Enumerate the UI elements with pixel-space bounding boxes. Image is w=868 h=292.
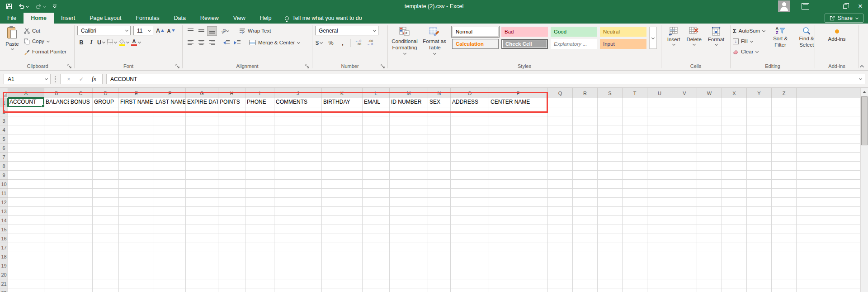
dialog-launcher-alignment[interactable]: [305, 64, 310, 69]
cell[interactable]: [647, 198, 672, 207]
cell[interactable]: [322, 134, 363, 144]
cell[interactable]: [697, 270, 722, 279]
cell[interactable]: [8, 189, 44, 198]
cell[interactable]: [451, 279, 489, 288]
cell[interactable]: [154, 216, 186, 225]
cell[interactable]: [69, 243, 93, 252]
tab-help[interactable]: Help: [253, 13, 279, 24]
increase-font-size-button[interactable]: A: [156, 26, 164, 35]
cell[interactable]: [598, 234, 623, 243]
cell[interactable]: [697, 252, 722, 261]
name-box[interactable]: A1: [4, 74, 51, 84]
cell[interactable]: [218, 198, 245, 207]
cell[interactable]: [797, 198, 860, 207]
cell[interactable]: EXPIRE DATE: [186, 98, 218, 107]
cell[interactable]: [697, 225, 722, 234]
cell[interactable]: [797, 189, 860, 198]
cell[interactable]: [274, 125, 322, 134]
cell[interactable]: [489, 279, 548, 288]
cell[interactable]: [548, 234, 573, 243]
cell[interactable]: [548, 207, 573, 216]
cell[interactable]: [245, 107, 274, 116]
cell[interactable]: [363, 270, 390, 279]
insert-function-icon[interactable]: fx: [88, 76, 100, 82]
cell[interactable]: [186, 180, 218, 189]
cell[interactable]: [548, 125, 573, 134]
percent-style-button[interactable]: %: [327, 38, 335, 48]
cell[interactable]: [93, 270, 119, 279]
paste-button[interactable]: Paste: [2, 26, 23, 62]
cell[interactable]: [598, 134, 623, 144]
cell[interactable]: [697, 116, 722, 125]
cell[interactable]: [218, 162, 245, 171]
cell[interactable]: [186, 125, 218, 134]
cell[interactable]: [186, 225, 218, 234]
cell[interactable]: [747, 252, 772, 261]
cell[interactable]: [363, 107, 390, 116]
cell[interactable]: [451, 107, 489, 116]
cell[interactable]: [218, 216, 245, 225]
cell[interactable]: [119, 261, 154, 270]
italic-button[interactable]: I: [87, 38, 95, 47]
cell[interactable]: [772, 225, 797, 234]
cell[interactable]: [451, 189, 489, 198]
cell[interactable]: [154, 107, 186, 116]
cell[interactable]: [489, 288, 548, 292]
cell[interactable]: [428, 243, 451, 252]
cell[interactable]: [573, 180, 598, 189]
cell[interactable]: [451, 243, 489, 252]
cell[interactable]: [489, 189, 548, 198]
cell[interactable]: [390, 162, 428, 171]
cell[interactable]: BIRTHDAY: [322, 98, 363, 107]
cell[interactable]: [218, 207, 245, 216]
cell[interactable]: [390, 134, 428, 144]
cell[interactable]: [747, 171, 772, 180]
cell[interactable]: [274, 171, 322, 180]
cell[interactable]: [428, 225, 451, 234]
cell[interactable]: [722, 144, 747, 153]
orientation-button[interactable]: ab: [218, 26, 232, 36]
cell[interactable]: [186, 279, 218, 288]
cell[interactable]: [797, 279, 860, 288]
cell[interactable]: [322, 116, 363, 125]
cell[interactable]: [623, 279, 647, 288]
cell[interactable]: [489, 216, 548, 225]
cell[interactable]: [548, 116, 573, 125]
tab-view[interactable]: View: [226, 13, 253, 24]
cell[interactable]: [697, 153, 722, 162]
styles-gallery-more-button[interactable]: [649, 27, 657, 49]
cell[interactable]: [451, 153, 489, 162]
cell[interactable]: [623, 261, 647, 270]
tab-data[interactable]: Data: [166, 13, 193, 24]
cell[interactable]: [154, 243, 186, 252]
cell[interactable]: [747, 144, 772, 153]
cell[interactable]: [797, 270, 860, 279]
cell[interactable]: [93, 180, 119, 189]
cell[interactable]: [797, 243, 860, 252]
column-header-Q[interactable]: Q: [548, 88, 573, 98]
cell[interactable]: [69, 288, 93, 292]
wrap-text-button[interactable]: Wrap Text: [238, 26, 272, 36]
cell[interactable]: [573, 252, 598, 261]
cell[interactable]: [44, 216, 69, 225]
cell[interactable]: [747, 234, 772, 243]
cell[interactable]: [245, 134, 274, 144]
cell[interactable]: [647, 252, 672, 261]
cell[interactable]: [363, 134, 390, 144]
find-select-button[interactable]: Find & Select: [794, 26, 819, 62]
cell[interactable]: [573, 171, 598, 180]
cell[interactable]: [489, 252, 548, 261]
cell[interactable]: [489, 125, 548, 134]
cell[interactable]: [772, 207, 797, 216]
cell[interactable]: [44, 225, 69, 234]
cell[interactable]: [722, 216, 747, 225]
cell[interactable]: [363, 116, 390, 125]
cell[interactable]: [363, 216, 390, 225]
cell[interactable]: BALANCE: [44, 98, 69, 107]
cell[interactable]: [390, 288, 428, 292]
column-header-V[interactable]: V: [672, 88, 697, 98]
cell[interactable]: [428, 189, 451, 198]
cell[interactable]: [119, 270, 154, 279]
cell[interactable]: [489, 270, 548, 279]
cell[interactable]: [647, 180, 672, 189]
